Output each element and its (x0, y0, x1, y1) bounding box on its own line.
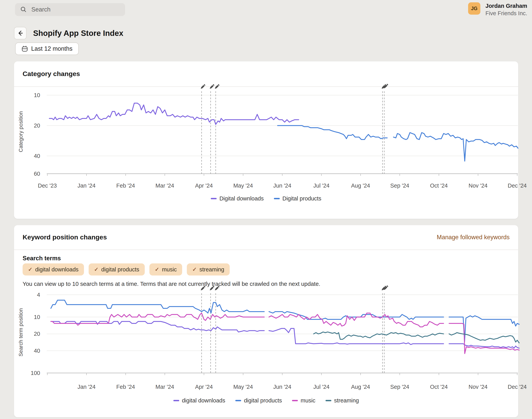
category-card-title: Category changes (23, 70, 80, 78)
category-changes-card: Category changes (14, 61, 518, 219)
divider (14, 86, 518, 87)
back-button[interactable] (14, 27, 26, 39)
legend-swatch (292, 400, 298, 401)
search-terms-note: You can view up to 10 search terms at a … (23, 281, 320, 287)
search-term-chip[interactable]: ✓digital products (89, 263, 145, 275)
keyword-position-card: Keyword position changes Manage followed… (14, 225, 518, 417)
search-term-chip[interactable]: ✓digital downloads (23, 263, 84, 275)
user-company: Five Friends Inc. (485, 10, 527, 17)
check-icon: ✓ (28, 266, 33, 273)
legend-item[interactable]: streaming (325, 397, 359, 404)
check-icon: ✓ (192, 266, 197, 273)
search-term-chip[interactable]: ✓streaming (187, 263, 230, 275)
divider (14, 249, 518, 250)
legend-item[interactable]: music (292, 397, 315, 404)
legend-label: streaming (334, 397, 359, 404)
legend-label: digital downloads (182, 397, 225, 404)
search-term-chip-label: digital downloads (35, 266, 78, 273)
date-range-label: Last 12 months (31, 45, 73, 52)
legend-swatch (274, 198, 280, 199)
legend-label: music (301, 397, 315, 404)
legend-label: digital products (244, 397, 282, 404)
legend-swatch (173, 400, 179, 401)
app-root: JG Jordan Graham Five Friends Inc. Shopi… (0, 0, 532, 419)
search-term-chip-label: digital products (101, 266, 139, 273)
keyword-card-title: Keyword position changes (23, 233, 107, 241)
manage-followed-keywords-link[interactable]: Manage followed keywords (437, 234, 510, 241)
legend-item[interactable]: digital downloads (173, 397, 225, 404)
back-arrow-icon (17, 29, 24, 37)
search-bar (15, 3, 125, 16)
check-icon: ✓ (155, 266, 159, 273)
check-icon: ✓ (94, 266, 99, 273)
search-term-chip-label: streaming (199, 266, 224, 273)
category-chart-legend: Digital downloadsDigital products (14, 195, 518, 202)
avatar[interactable]: JG (468, 2, 480, 15)
search-terms-label: Search terms (23, 255, 61, 262)
legend-label: Digital downloads (219, 195, 264, 202)
legend-item[interactable]: digital products (235, 397, 282, 404)
legend-item[interactable]: Digital downloads (211, 195, 264, 202)
search-terms-chips: ✓digital downloads✓digital products✓musi… (23, 263, 230, 275)
date-range-button[interactable]: Last 12 months (15, 42, 79, 55)
legend-label: Digital products (283, 195, 322, 202)
legend-item[interactable]: Digital products (274, 195, 322, 202)
search-icon (20, 6, 27, 13)
search-term-chip-label: music (162, 266, 177, 273)
legend-swatch (235, 400, 241, 401)
search-term-chip[interactable]: ✓music (149, 263, 182, 275)
legend-swatch (325, 400, 331, 401)
legend-swatch (211, 198, 217, 199)
search-input[interactable] (31, 6, 125, 13)
user-name: Jordan Graham (485, 3, 527, 9)
avatar-initials: JG (471, 6, 477, 11)
keyword-chart-legend: digital downloadsdigital productsmusicst… (14, 397, 518, 404)
page-title: Shopify App Store Index (33, 27, 123, 39)
calendar-icon (21, 45, 28, 52)
